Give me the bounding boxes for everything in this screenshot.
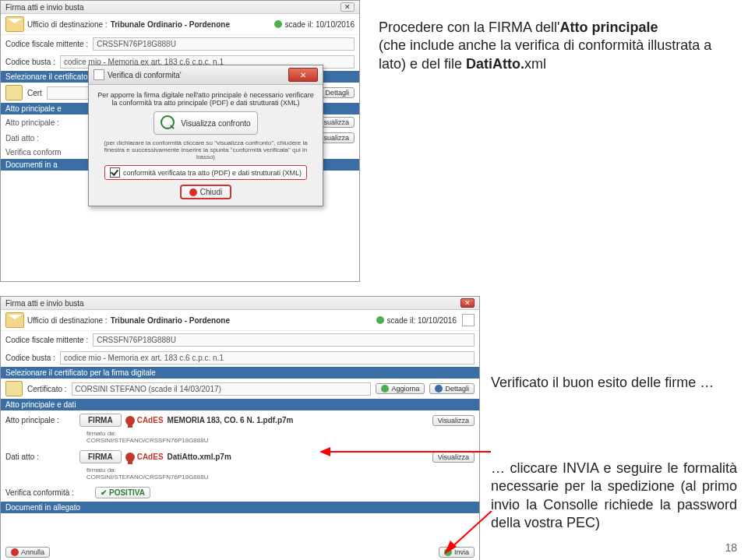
cf-input[interactable]: CRSSFN76P18G888U — [93, 333, 475, 347]
close-icon[interactable]: ✕ — [460, 298, 475, 308]
svg-marker-3 — [444, 541, 457, 555]
select-cert-header: Selezionare il certificato per la firma … — [1, 367, 479, 379]
cancel-icon — [11, 548, 19, 556]
dialog-title: Verifica di conformita' — [108, 71, 182, 79]
window-title: Firma atti e invio busta — [5, 299, 84, 308]
close-icon[interactable]: ✕ — [340, 2, 355, 12]
destination-value: Tribunale Ordinario - Pordenone — [111, 316, 230, 325]
seal-icon — [125, 453, 135, 462]
window-titlebar: Firma atti e invio busta ✕ — [1, 297, 479, 310]
chiudi-button[interactable]: Chiudi — [180, 185, 231, 199]
cf-input[interactable]: CRSSFN76P18G888U — [93, 37, 355, 51]
cert-row: Certificato : CORSINI STEFANO (scade il … — [1, 379, 479, 399]
instruction-para-1: Procedere con la FIRMA dell'Atto princip… — [379, 19, 737, 73]
atto-principale-row: Atto principale : FIRMA CAdES MEMORIA 18… — [1, 410, 479, 430]
status-dot-icon — [274, 20, 282, 28]
cf-row: Codice fiscale mittente : CRSSFN76P18G88… — [1, 35, 359, 53]
dialog-titlebar: Verifica di conformita' ✕ — [89, 65, 323, 85]
close-dot-icon — [189, 188, 197, 196]
conformita-checkbox-row[interactable]: conformità verificata tra atto (PDF) e d… — [104, 165, 307, 180]
info-icon — [435, 385, 443, 393]
instruction-para-3: … cliccare INVIA e seguire le formalità … — [491, 460, 737, 533]
cf-row: Codice fiscale mittente : CRSSFN76P18G88… — [1, 331, 479, 349]
verifica-dialog: Verifica di conformita' ✕ Per apporre la… — [88, 65, 323, 206]
scadenza: scade il: 10/10/2016 — [376, 314, 475, 326]
envelope-icon — [5, 16, 24, 32]
window-titlebar: Firma atti e invio busta ✕ — [1, 1, 359, 14]
screenshot-2: Firma atti e invio busta ✕ Ufficio di de… — [0, 296, 480, 560]
dialog-subtext: (per dichiarare la conformità cliccare s… — [95, 139, 316, 160]
screenshot-1: Firma atti e invio busta ✕ Ufficio di de… — [0, 0, 360, 282]
instruction-para-2: Verificato il buon esito delle firme … — [491, 374, 737, 392]
cades-badge: CAdES — [125, 416, 164, 425]
firmato-da-line: firmato da:CORSINI/STEFANO/CRSSFN76P18G8… — [1, 467, 479, 484]
firma-button[interactable]: FIRMA — [79, 450, 122, 463]
destination-row: Ufficio di destinazione : Tribunale Ordi… — [1, 14, 359, 35]
doc-allegato-header: Documenti in allegato — [1, 502, 479, 513]
arrow-icon — [319, 444, 491, 460]
envelope-icon — [5, 312, 24, 328]
refresh-icon — [381, 385, 389, 393]
seal-icon — [125, 416, 135, 425]
page-number: 18 — [725, 541, 737, 554]
aggiorna-button[interactable]: Aggiorna — [376, 383, 425, 394]
file-name: DatiAtto.xml.p7m — [168, 453, 231, 461]
dialog-text: Per apporre la firma digitale nell'atto … — [95, 91, 316, 107]
codice-busta-row: Codice busta : codice mio - Memoria ex a… — [1, 349, 479, 367]
cert-icon — [5, 85, 23, 100]
destination-row: Ufficio di destinazione : Tribunale Ordi… — [1, 310, 479, 331]
file-name: MEMORIA 183, CO. 6 N. 1.pdf.p7m — [168, 416, 294, 424]
svg-marker-1 — [319, 447, 330, 456]
cert-input[interactable]: CORSINI STEFANO (scade il 14/03/2017) — [72, 382, 372, 396]
cades-badge: CAdES — [125, 453, 164, 462]
checkbox-icon[interactable] — [110, 167, 120, 178]
destination-value: Tribunale Ordinario - Pordenone — [111, 20, 230, 29]
arrow-icon — [441, 511, 496, 558]
annulla-button[interactable]: Annulla — [5, 547, 50, 558]
window-title: Firma atti e invio busta — [5, 3, 84, 12]
verifica-conf-row: Verifica conformità : ✔POSITIVA — [1, 484, 479, 502]
positiva-badge: ✔POSITIVA — [95, 487, 150, 498]
checkbox-label: conformità verificata tra atto (PDF) e d… — [123, 169, 302, 177]
visualizza-button[interactable]: Visualizza — [432, 415, 475, 426]
scadenza: scade il: 10/10/2016 — [274, 20, 355, 29]
codice-busta-input[interactable]: codice mio - Memoria ex art. 183 c.6 c.p… — [60, 351, 475, 365]
svg-line-2 — [449, 511, 492, 550]
status-dot-icon — [376, 316, 384, 324]
visualizza-confronto-button[interactable]: Visualizza confronto — [153, 111, 257, 135]
dettagli-button[interactable]: Dettagli — [429, 383, 475, 394]
atto-dati-header: Atto principale e dati — [1, 399, 479, 410]
firma-button[interactable]: FIRMA — [79, 414, 122, 427]
magnify-icon — [161, 115, 176, 131]
calendar-icon[interactable] — [462, 314, 475, 326]
cert-icon — [5, 381, 23, 396]
dialog-close-button[interactable]: ✕ — [288, 68, 318, 82]
dialog-icon — [94, 69, 104, 80]
